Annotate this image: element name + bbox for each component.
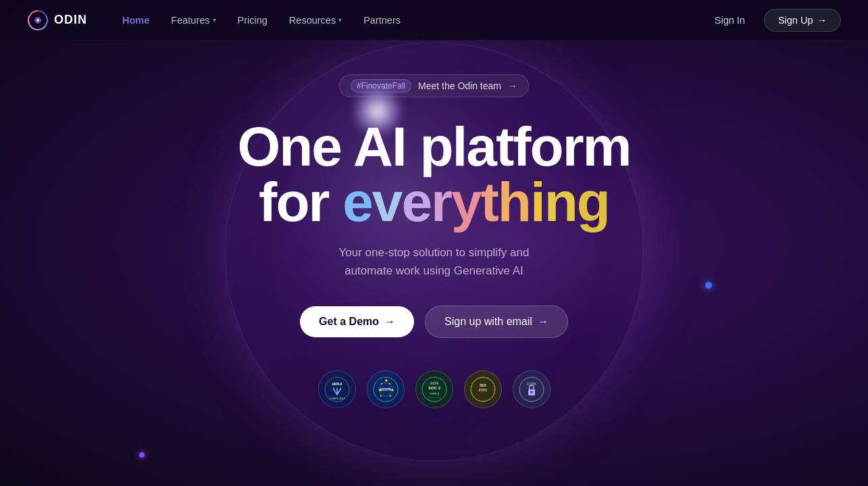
svg-text:27001: 27001 (478, 389, 487, 392)
svg-text:★: ★ (380, 394, 382, 397)
trust-badge-hipaa: HIPAA COMPLIANT (318, 370, 356, 408)
trust-badges: HIPAA COMPLIANT ★ ★ ★ ★ ★ ★ ★ (318, 370, 551, 408)
resources-chevron: ▾ (338, 16, 342, 24)
nav-resources[interactable]: Resources ▾ (281, 9, 350, 31)
nav-pricing[interactable]: Pricing (230, 9, 276, 31)
svg-point-2 (36, 19, 39, 22)
svg-text:★: ★ (380, 382, 383, 385)
trust-badge-iso: ISO 27001 (464, 370, 502, 408)
sign-in-button[interactable]: Sign In (707, 9, 753, 31)
svg-point-28 (530, 391, 532, 393)
svg-text:TYPE II: TYPE II (430, 392, 439, 395)
svg-text:GDPR: GDPR (380, 387, 391, 391)
badge-arrow: → (508, 80, 517, 91)
svg-text:HIPAA: HIPAA (332, 382, 342, 386)
sign-up-button[interactable]: Sign Up → (764, 9, 841, 32)
hero-title: One AI platform for everything (238, 119, 631, 230)
svg-text:SOC 2: SOC 2 (428, 386, 440, 390)
logo-icon (27, 9, 49, 31)
trust-badge-soc2: AICPA SOC 2 TYPE II (415, 370, 453, 408)
nav-links: Home Features ▾ Pricing Resources ▾ Part… (114, 9, 707, 31)
sign-up-email-button[interactable]: Sign up with email → (425, 306, 568, 338)
nav-features[interactable]: Features ▾ (163, 9, 224, 31)
trust-badge-ccpa: CCPA (513, 370, 551, 408)
badge-text: Meet the Odin team (418, 80, 501, 91)
announcement-badge[interactable]: #FinovateFall Meet the Odin team → (339, 74, 529, 97)
nav-logo[interactable]: ODIN (27, 9, 87, 31)
svg-text:COMPLIANT: COMPLIANT (329, 397, 345, 400)
svg-text:AICPA: AICPA (430, 382, 439, 385)
svg-text:★: ★ (389, 394, 392, 397)
badge-tag: #FinovateFall (351, 79, 411, 93)
trust-badge-gdpr: ★ ★ ★ ★ ★ ★ ★ GDPR (367, 370, 405, 408)
logo-text: ODIN (54, 13, 87, 27)
nav-right: Sign In Sign Up → (707, 9, 841, 32)
hero-section: #FinovateFall Meet the Odin team → One A… (0, 41, 868, 408)
svg-text:ISO: ISO (480, 383, 486, 387)
navbar: ODIN Home Features ▾ Pricing Resources ▾… (0, 0, 868, 41)
cta-buttons: Get a Demo → Sign up with email → (300, 306, 568, 338)
hero-subtitle: Your one-stop solution to simplify and a… (339, 243, 530, 280)
nav-partners[interactable]: Partners (355, 9, 409, 31)
decorative-dot-purple (139, 452, 145, 458)
features-chevron: ▾ (213, 16, 216, 24)
nav-home[interactable]: Home (114, 9, 157, 31)
everything-word: everything (342, 171, 609, 233)
svg-text:★: ★ (388, 382, 391, 385)
get-demo-button[interactable]: Get a Demo → (300, 306, 414, 337)
